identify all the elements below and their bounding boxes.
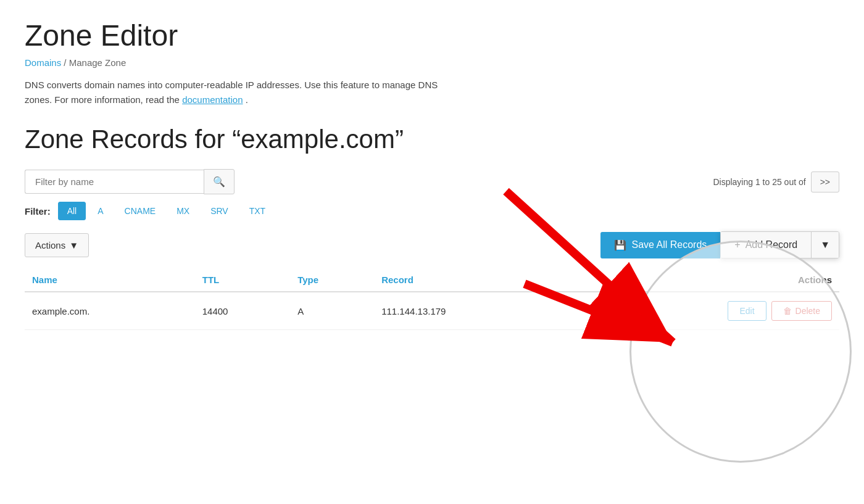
filter-txt-button[interactable]: TXT (240, 202, 275, 220)
pagination-info: Displaying 1 to 25 out of >> (713, 171, 839, 192)
save-icon: 💾 (614, 239, 626, 251)
row-name: example.com. (25, 292, 195, 330)
col-actions: Actions (560, 268, 839, 292)
delete-label: Delete (795, 306, 820, 316)
add-record-dropdown-button[interactable]: ▼ (811, 232, 839, 258)
actions-label: Actions (35, 240, 65, 250)
zone-records-title: Zone Records for “example.com” (25, 125, 839, 154)
table-row: example.com. 14400 A 111.144.13.179 Edit… (25, 292, 839, 330)
toolbar-top: 🔍 Displaying 1 to 25 out of >> (25, 169, 839, 194)
pagination-text: Displaying 1 to 25 out of (713, 177, 805, 187)
dns-records-table: Name TTL Type Record Actions example.com… (25, 268, 839, 330)
filter-all-button[interactable]: All (58, 202, 86, 220)
breadcrumb-separator: / (64, 57, 66, 68)
search-icon: 🔍 (213, 176, 225, 187)
breadcrumb: Domains / Manage Zone (25, 57, 839, 68)
add-record-group: + Add Record ▼ (720, 231, 839, 258)
filter-mx-button[interactable]: MX (167, 202, 199, 220)
breadcrumb-domains-link[interactable]: Domains (25, 57, 61, 68)
row-action-buttons: Edit 🗑 Delete (568, 301, 832, 321)
col-record: Record (374, 268, 560, 292)
pagination-next-button[interactable]: >> (811, 171, 839, 192)
row-type: A (290, 292, 374, 330)
actions-dropdown-button[interactable]: Actions ▼ (25, 233, 89, 257)
breadcrumb-current: Manage Zone (69, 57, 127, 68)
edit-button[interactable]: Edit (728, 301, 766, 321)
filter-bar: Filter: All A CNAME MX SRV TXT (25, 202, 839, 220)
action-bar: Actions ▼ 💾 Save All Records + Add Recor… (25, 231, 839, 268)
add-record-label: Add Record (746, 239, 798, 250)
table-header: Name TTL Type Record Actions (25, 268, 839, 292)
save-all-label: Save All Records (631, 239, 707, 250)
save-all-records-button[interactable]: 💾 Save All Records (600, 232, 720, 258)
row-ttl: 14400 (195, 292, 290, 330)
delete-icon: 🗑 (783, 306, 792, 316)
filter-label: Filter: (25, 206, 51, 217)
search-area: 🔍 (25, 169, 235, 194)
table-body: example.com. 14400 A 111.144.13.179 Edit… (25, 292, 839, 330)
delete-button[interactable]: 🗑 Delete (771, 301, 832, 321)
page-description: DNS converts domain names into computer-… (25, 78, 457, 107)
add-record-plus-icon: + (734, 239, 740, 250)
filter-srv-button[interactable]: SRV (201, 202, 238, 220)
col-ttl: TTL (195, 268, 290, 292)
add-record-dropdown-icon: ▼ (820, 239, 830, 250)
filter-a-button[interactable]: A (88, 202, 112, 220)
search-input[interactable] (25, 170, 204, 194)
col-name: Name (25, 268, 195, 292)
page-title: Zone Editor (25, 19, 839, 52)
row-actions: Edit 🗑 Delete (560, 292, 839, 330)
right-buttons: 💾 Save All Records + Add Record ▼ (600, 231, 839, 258)
add-record-button[interactable]: + Add Record (721, 232, 811, 258)
search-button[interactable]: 🔍 (204, 169, 235, 194)
actions-dropdown-icon: ▼ (69, 240, 78, 250)
filter-cname-button[interactable]: CNAME (115, 202, 165, 220)
row-record: 111.144.13.179 (374, 292, 560, 330)
documentation-link[interactable]: documentation (182, 94, 243, 105)
col-type: Type (290, 268, 374, 292)
